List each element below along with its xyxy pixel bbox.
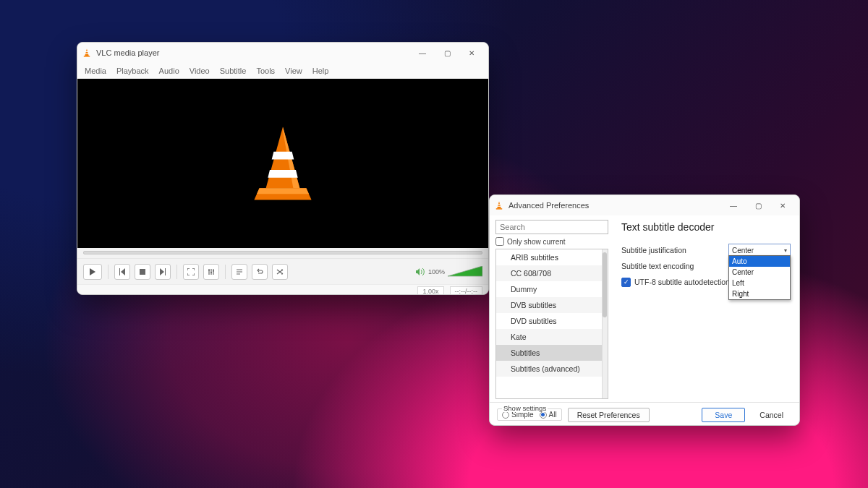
vlc-cone-icon [82,48,92,58]
vlc-cone-logo [250,124,315,203]
svg-rect-1 [85,53,88,54]
search-input[interactable] [495,220,608,234]
menu-audio[interactable]: Audio [159,67,179,75]
menu-tools[interactable]: Tools [256,67,275,75]
speaker-icon[interactable] [415,267,425,276]
svg-rect-7 [498,204,501,205]
show-settings-group: Show settings Simple All [497,408,562,421]
random-button[interactable] [272,264,288,280]
close-button[interactable]: ✕ [459,43,484,62]
justification-label: Subtitle justification [621,246,728,254]
play-button[interactable] [83,264,102,280]
save-button[interactable]: Save [702,408,745,422]
menu-video[interactable]: Video [190,67,210,75]
svg-rect-5 [210,272,212,273]
tree-item[interactable]: Kate [496,329,608,345]
svg-rect-4 [208,270,210,271]
tree-scrollbar[interactable] [602,249,608,398]
seek-bar[interactable] [77,248,488,258]
chevron-down-icon: ▾ [784,247,787,254]
tree-item[interactable]: DVD subtitles [496,313,608,329]
time-readout[interactable]: --:--/--:-- [450,286,482,296]
ext-settings-button[interactable] [203,264,219,280]
prefs-tree[interactable]: ARIB subtitles CC 608/708 Dummy DVB subt… [495,249,608,399]
encoding-label: Subtitle text encoding [621,262,728,270]
playlist-button[interactable] [231,264,247,280]
tree-item[interactable]: Subtitles (advanced) [496,361,608,377]
svg-rect-0 [85,51,88,52]
dropdown-option[interactable]: Left [729,278,790,288]
svg-rect-2 [84,56,90,56]
tree-item[interactable]: DVB subtitles [496,297,608,313]
tree-item[interactable]: ARIB subtitles [496,249,608,265]
svg-rect-3 [140,269,145,275]
video-area[interactable] [77,79,488,248]
window-title: Advanced Preferences [509,201,589,210]
menu-playback[interactable]: Playback [116,67,149,75]
cancel-button[interactable]: Cancel [751,408,792,422]
vlc-prefs-window: Advanced Preferences — ▢ ✕ Only show cur… [489,194,800,426]
utf8-checkbox[interactable]: ✓ [621,278,631,287]
only-show-current-checkbox[interactable]: Only show current [495,237,608,246]
dropdown-option[interactable]: Right [729,288,790,299]
svg-rect-8 [497,206,501,207]
stop-button[interactable] [135,264,150,280]
next-button[interactable] [155,264,171,280]
utf8-label: UTF-8 subtitle autodetection [634,278,730,286]
svg-rect-9 [496,208,502,209]
reset-preferences-button[interactable]: Reset Preferences [568,408,650,422]
maximize-button[interactable]: ▢ [435,43,459,62]
tree-item[interactable]: Dummy [496,281,608,297]
vlc-main-window: VLC media player — ▢ ✕ Media Playback Au… [77,42,489,295]
dropdown-option[interactable]: Center [729,267,790,278]
panel-title: Text subtitle decoder [621,221,791,233]
tree-item[interactable]: CC 608/708 [496,265,608,281]
dropdown-option[interactable]: Auto [729,256,790,267]
svg-rect-6 [213,270,214,272]
maximize-button[interactable]: ▢ [746,196,770,215]
volume-slider[interactable] [448,266,482,278]
minimize-button[interactable]: — [721,196,746,215]
menubar: Media Playback Audio Video Subtitle Tool… [77,63,488,79]
prev-button[interactable] [114,264,130,280]
menu-media[interactable]: Media [85,67,106,75]
close-button[interactable]: ✕ [770,196,795,215]
titlebar[interactable]: Advanced Preferences — ▢ ✕ [490,195,799,215]
justification-dropdown[interactable]: Auto Center Left Right [728,255,791,300]
loop-button[interactable] [252,264,268,280]
window-title: VLC media player [96,48,159,57]
vlc-cone-icon [494,200,504,210]
tree-item-selected[interactable]: Subtitles [496,345,608,361]
titlebar[interactable]: VLC media player — ▢ ✕ [77,43,488,63]
menu-subtitle[interactable]: Subtitle [220,67,247,75]
fullscreen-button[interactable] [183,264,199,280]
menu-help[interactable]: Help [312,67,329,75]
volume-readout: 100% [428,268,445,275]
menu-view[interactable]: View [285,67,302,75]
speed-readout[interactable]: 1.00x [417,286,443,296]
minimize-button[interactable]: — [410,43,435,62]
